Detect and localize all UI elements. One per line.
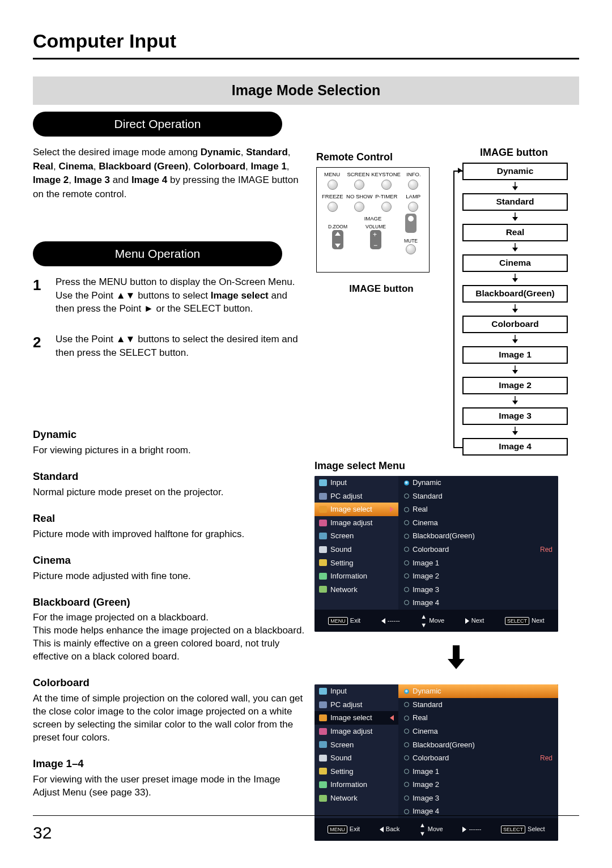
osd-left-item[interactable]: Image adjust bbox=[314, 516, 398, 530]
osd-left-item[interactable]: Screen bbox=[314, 529, 398, 543]
osd-right-item[interactable]: Image 2 bbox=[398, 778, 558, 792]
osd-right-item[interactable]: Cinema bbox=[398, 516, 558, 530]
radio-icon bbox=[404, 573, 409, 578]
mode-description: ColorboardAt the time of simple projecti… bbox=[33, 676, 305, 744]
radio-icon bbox=[404, 507, 409, 512]
down-arrow-icon bbox=[337, 644, 575, 674]
osd-right-item[interactable]: Standard bbox=[398, 490, 558, 503]
osd-left-item[interactable]: Input bbox=[314, 684, 398, 698]
remote-button-menu[interactable] bbox=[328, 180, 338, 190]
menu-item-icon bbox=[319, 714, 327, 721]
osd-right-item[interactable]: Real bbox=[398, 711, 558, 725]
osd-right-item[interactable]: Image 3 bbox=[398, 792, 558, 805]
osd-left-item[interactable]: Network bbox=[314, 792, 398, 805]
osd-right-item[interactable]: Dynamic bbox=[398, 476, 558, 490]
flow-box: Colorboard bbox=[462, 316, 568, 333]
mode-name: Dynamic bbox=[33, 428, 305, 442]
osd-left-label: Image adjust bbox=[330, 726, 372, 737]
radio-icon bbox=[404, 755, 409, 760]
osd-left-item[interactable]: Information bbox=[314, 569, 398, 583]
osd-right-item[interactable]: Real bbox=[398, 503, 558, 516]
osd-color-tag: Red bbox=[540, 754, 552, 763]
mode-description: RealPicture mode with improved halftone … bbox=[33, 512, 305, 541]
radio-icon bbox=[404, 729, 409, 734]
remote-button-info[interactable] bbox=[408, 180, 418, 190]
menu-item-icon bbox=[319, 533, 327, 539]
osd-left-item[interactable]: Sound bbox=[314, 751, 398, 765]
remote-button-keystone[interactable] bbox=[381, 180, 392, 190]
left-arrow-icon bbox=[390, 715, 394, 721]
osd-left-item[interactable]: Image select bbox=[314, 711, 398, 725]
osd-right-label: Cinema bbox=[413, 726, 438, 737]
osd-right-label: Cinema bbox=[413, 518, 438, 528]
flow-box: Image 3 bbox=[462, 407, 568, 425]
osd-right-item[interactable]: ColorboardRed bbox=[398, 543, 558, 556]
osd-left-item[interactable]: Network bbox=[314, 583, 398, 597]
osd-right-item[interactable]: Dynamic bbox=[398, 684, 558, 698]
osd-right-item[interactable]: Image 2 bbox=[398, 569, 558, 583]
osd-key-menu: MENU bbox=[328, 826, 347, 833]
osd-right-label: Image 1 bbox=[413, 558, 439, 568]
osd-right-item[interactable]: Blackboard(Green) bbox=[398, 529, 558, 543]
osd-foot-back: ------ bbox=[388, 616, 400, 625]
remote-label-noshow: NO SHOW bbox=[346, 193, 373, 201]
osd-menu-2: InputPC adjustImage selectImage adjustSc… bbox=[314, 684, 558, 840]
menu-operation-heading: Menu Operation bbox=[33, 241, 282, 266]
osd-left-item[interactable]: Image adjust bbox=[314, 725, 398, 738]
osd-left-item[interactable]: PC adjust bbox=[314, 698, 398, 712]
mode-name: Blackboard (Green) bbox=[33, 595, 305, 610]
osd-left-item[interactable]: Input bbox=[314, 476, 398, 490]
osd-key-menu: MENU bbox=[328, 617, 348, 625]
osd-left-item[interactable]: Setting bbox=[314, 556, 398, 570]
osd-right-label: Standard bbox=[413, 491, 443, 501]
radio-icon bbox=[404, 795, 409, 801]
radio-icon bbox=[404, 534, 409, 539]
osd-foot-move: Move bbox=[428, 825, 443, 833]
osd-right-item[interactable]: Image 3 bbox=[398, 583, 558, 597]
osd-right-label: Colorboard bbox=[413, 753, 449, 763]
menu-item-icon bbox=[319, 755, 327, 761]
remote-button-dzoom[interactable] bbox=[332, 230, 343, 249]
right-arrow-icon bbox=[462, 827, 466, 832]
osd-right-item[interactable]: Image 1 bbox=[398, 556, 558, 570]
osd-right-item[interactable]: Standard bbox=[398, 698, 558, 712]
osd-left-item[interactable]: PC adjust bbox=[314, 490, 398, 503]
osd-right-item[interactable]: Image 4 bbox=[398, 805, 558, 818]
osd-left-item[interactable]: Setting bbox=[314, 765, 398, 778]
osd-left-item[interactable]: Sound bbox=[314, 543, 398, 556]
remote-label-freeze: FREEZE bbox=[319, 193, 346, 201]
remote-control-box: MENU SCREEN KEYSTONE INFO. FREEZE NO SHO… bbox=[316, 167, 430, 273]
osd-right-item[interactable]: ColorboardRed bbox=[398, 751, 558, 765]
osd-left-item[interactable]: Image select bbox=[314, 503, 398, 516]
osd-left-item[interactable]: Information bbox=[314, 778, 398, 792]
osd-right-item[interactable]: Image 1 bbox=[398, 765, 558, 778]
remote-label-dzoom: D.ZOOM bbox=[328, 224, 347, 230]
step-text: Press the MENU button to display the On-… bbox=[56, 275, 305, 316]
remote-button-noshow[interactable] bbox=[354, 202, 364, 212]
remote-button-screen[interactable] bbox=[354, 180, 364, 190]
radio-icon bbox=[404, 742, 409, 747]
remote-button-volume[interactable]: +− bbox=[370, 230, 381, 249]
menu-item-icon bbox=[319, 768, 327, 775]
remote-button-ptimer[interactable] bbox=[381, 202, 392, 212]
osd-right-label: Image 3 bbox=[413, 793, 439, 803]
remote-button-mute[interactable] bbox=[406, 244, 416, 254]
osd-right-item[interactable]: Cinema bbox=[398, 725, 558, 738]
osd-left-label: PC adjust bbox=[330, 700, 362, 710]
osd-left-label: Image adjust bbox=[330, 518, 372, 528]
remote-label-screen: SCREEN bbox=[345, 171, 371, 178]
osd-right-item[interactable]: Blackboard(Green) bbox=[398, 738, 558, 752]
osd-left-label: Setting bbox=[330, 558, 353, 568]
remote-button-freeze[interactable] bbox=[328, 202, 338, 212]
remote-button-lamp[interactable] bbox=[408, 202, 418, 212]
left-arrow-icon bbox=[381, 618, 385, 624]
osd-right-label: Standard bbox=[413, 700, 443, 710]
osd-key-select: SELECT bbox=[505, 617, 529, 625]
osd-left-item[interactable]: Screen bbox=[314, 738, 398, 752]
osd-left-label: Information bbox=[330, 780, 367, 790]
osd-right-item[interactable]: Image 4 bbox=[398, 596, 558, 610]
remote-button-image[interactable] bbox=[405, 214, 416, 233]
menu-item-icon bbox=[319, 506, 327, 513]
down-arrow-icon bbox=[462, 182, 568, 192]
step-text: Use the Point ▲▼ buttons to select the d… bbox=[56, 333, 305, 360]
